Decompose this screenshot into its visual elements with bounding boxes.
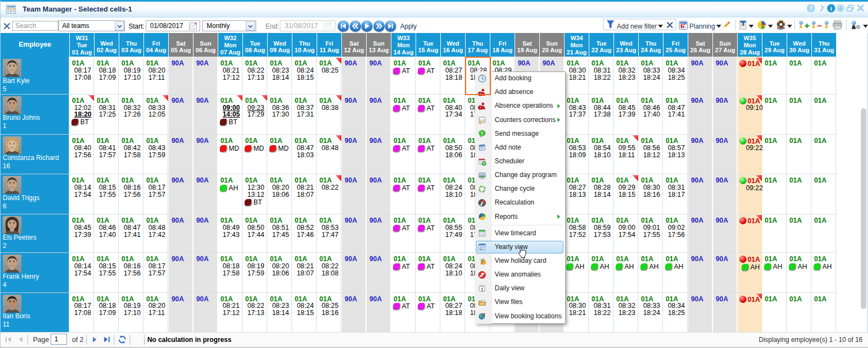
svg-text:?: ? bbox=[809, 5, 813, 12]
svg-text:1: 1 bbox=[481, 286, 484, 291]
svg-text:!: ! bbox=[482, 131, 483, 136]
svg-text:i: i bbox=[830, 5, 832, 12]
svg-text:!: ! bbox=[481, 272, 483, 278]
